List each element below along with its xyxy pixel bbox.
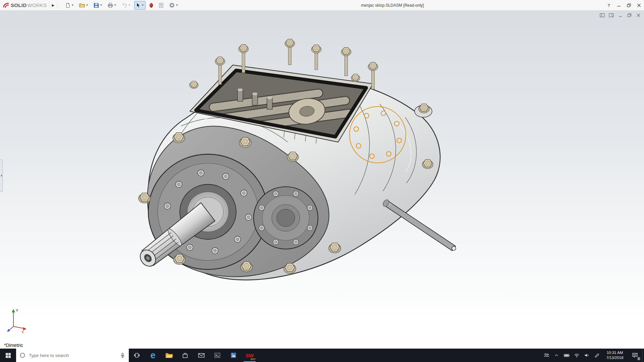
- print-button[interactable]: [106, 1, 118, 10]
- solidworks-logo-icon: [3, 2, 9, 8]
- photos-icon: [230, 352, 237, 359]
- volume-icon: [584, 352, 590, 358]
- taskbar-clock[interactable]: 10:31 AM 7/13/2018: [602, 349, 628, 362]
- chevron-down-icon[interactable]: [71, 4, 74, 6]
- gearbox-3d-model[interactable]: [0, 11, 644, 349]
- options-button[interactable]: [167, 1, 180, 10]
- battery-icon: [564, 352, 570, 358]
- chevron-down-icon[interactable]: [128, 4, 130, 6]
- doc-close-button[interactable]: [635, 12, 641, 18]
- solidworks-app-icon: SW 2017: [244, 350, 255, 361]
- taskbar-app-store[interactable]: [177, 349, 193, 362]
- chevron-down-icon[interactable]: [100, 4, 102, 6]
- chevron-up-icon: [554, 353, 559, 358]
- restore-icon: [627, 3, 631, 7]
- window-controls: ?: [604, 0, 644, 11]
- chevron-down-icon[interactable]: [176, 4, 178, 6]
- solidworks-year-badge: 2017: [250, 358, 256, 360]
- menu-expand-button[interactable]: ▶: [49, 2, 58, 8]
- start-button[interactable]: [0, 349, 16, 362]
- taskbar-app-photos[interactable]: [225, 349, 241, 362]
- open-button[interactable]: [77, 1, 90, 10]
- triad-y-label: Y: [16, 308, 18, 312]
- new-document-button[interactable]: [63, 1, 75, 10]
- search-input[interactable]: [29, 353, 116, 358]
- print-icon: [108, 3, 113, 8]
- minimize-button[interactable]: [614, 0, 624, 11]
- doc-minimize-button[interactable]: [617, 12, 623, 18]
- clock-time: 10:31 AM: [607, 350, 623, 355]
- action-center-button[interactable]: 2: [628, 349, 642, 362]
- battery-button[interactable]: [561, 349, 572, 362]
- people-button[interactable]: [541, 349, 551, 362]
- network-button[interactable]: [572, 349, 582, 362]
- screen: SOLID WORKS ▶: [0, 0, 644, 362]
- doc-close-icon: [636, 13, 641, 17]
- show-desktop-button[interactable]: [642, 349, 644, 362]
- console-icon: [214, 352, 221, 359]
- chevron-down-icon[interactable]: [114, 4, 116, 6]
- doc-pane-left-button[interactable]: [599, 12, 605, 18]
- solidworks-sw-glyph: SW: [246, 353, 254, 358]
- volume-button[interactable]: [582, 349, 592, 362]
- appearance-icon: [149, 3, 153, 8]
- orientation-triad: Y X: [6, 306, 30, 335]
- chevron-down-icon[interactable]: [142, 4, 144, 6]
- save-icon: [94, 3, 99, 8]
- new-document-icon: [65, 3, 70, 8]
- document-title: menjac sklop.SLDASM [Read-only]: [342, 3, 443, 8]
- graphics-area[interactable]: Y X *Dimetric: [0, 11, 644, 349]
- chevron-down-icon[interactable]: [86, 4, 88, 6]
- view-orientation-label: *Dimetric: [4, 343, 23, 348]
- store-icon: [182, 352, 189, 359]
- cortana-icon: [19, 352, 25, 358]
- help-button[interactable]: ?: [604, 0, 614, 11]
- quick-access-toolbar: [63, 1, 180, 10]
- triad-x-label: X: [21, 330, 24, 334]
- pane-right-icon: [609, 13, 614, 17]
- gear-icon: [169, 2, 175, 8]
- taskbar-app-file-explorer[interactable]: [161, 349, 177, 362]
- taskbar-app-solidworks[interactable]: SW 2017: [241, 349, 258, 362]
- close-button[interactable]: [634, 0, 644, 11]
- task-view-button[interactable]: [129, 349, 145, 362]
- select-button[interactable]: [134, 1, 146, 10]
- design-binder-button[interactable]: [157, 1, 165, 10]
- taskbar-app-console[interactable]: [209, 349, 225, 362]
- close-icon: [637, 3, 641, 7]
- undo-icon: [122, 3, 127, 8]
- save-button[interactable]: [92, 1, 104, 10]
- minimize-icon: [617, 3, 621, 7]
- clock-date: 7/13/2018: [606, 355, 623, 360]
- pen-button[interactable]: [592, 349, 602, 362]
- document-window-controls: [599, 12, 641, 18]
- select-cursor-icon: [136, 3, 141, 8]
- mail-icon: [198, 352, 205, 358]
- microphone-icon[interactable]: [120, 353, 125, 358]
- open-folder-icon: [79, 3, 85, 8]
- doc-pane-right-button[interactable]: [608, 12, 614, 18]
- collapse-arrow-icon: [1, 174, 2, 177]
- doc-restore-icon: [627, 13, 632, 17]
- feature-panel-collapse-tab[interactable]: [0, 160, 3, 192]
- system-tray: 10:31 AM 7/13/2018 2: [541, 349, 644, 362]
- doc-minimize-icon: [618, 13, 623, 17]
- undo-button[interactable]: [120, 1, 132, 10]
- restore-button[interactable]: [624, 0, 634, 11]
- edge-icon: e: [150, 351, 155, 360]
- doc-restore-button[interactable]: [626, 12, 632, 18]
- taskbar-app-mail[interactable]: [193, 349, 209, 362]
- windows-logo-icon: [5, 353, 11, 358]
- taskbar-search[interactable]: [16, 349, 129, 362]
- titlebar: SOLID WORKS ▶: [0, 0, 644, 11]
- pen-icon: [594, 353, 600, 358]
- logo-text-works: WORKS: [27, 2, 47, 8]
- taskbar-app-edge[interactable]: e: [145, 349, 161, 362]
- report-book-icon: [159, 3, 164, 8]
- solidworks-logo: SOLID WORKS: [0, 2, 49, 8]
- task-view-icon: [133, 352, 140, 359]
- appearance-button[interactable]: [148, 1, 155, 10]
- notification-badge: 2: [637, 357, 640, 360]
- pane-left-icon: [600, 13, 605, 17]
- tray-overflow-button[interactable]: [551, 349, 561, 362]
